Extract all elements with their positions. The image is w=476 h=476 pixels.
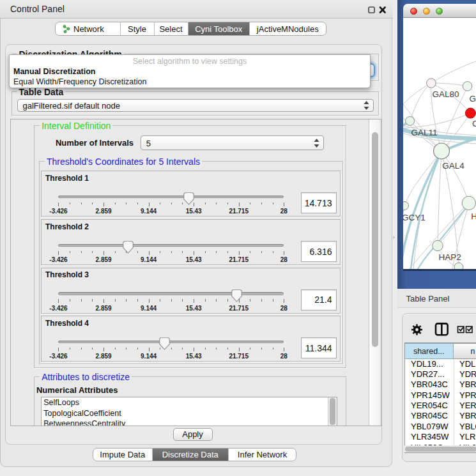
svg-text:GCY1: GCY1 (403, 213, 426, 222)
svg-text:C: C (472, 119, 476, 128)
svg-text:GA: GA (470, 94, 476, 104)
svg-text:GAL4: GAL4 (442, 161, 464, 171)
svg-text:HAP2: HAP2 (438, 252, 461, 262)
svg-text:GAL11: GAL11 (411, 128, 438, 137)
svg-text:GAL80: GAL80 (433, 89, 459, 99)
svg-text:H: H (471, 211, 476, 221)
